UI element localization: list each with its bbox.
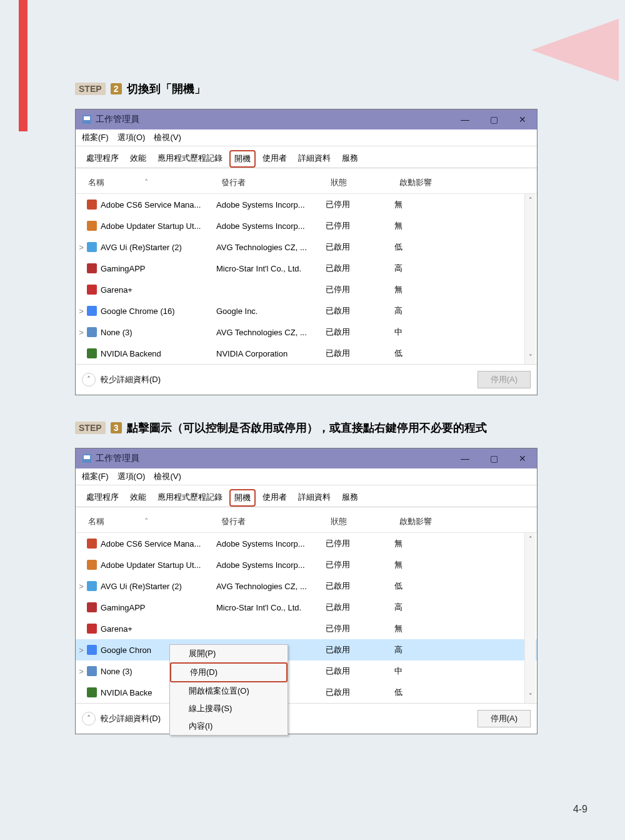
tab-app-history[interactable]: 應用程式歷程記錄	[153, 489, 227, 507]
row-name-cell: Adobe CS6 Service Mana...	[87, 200, 216, 210]
tab-performance[interactable]: 效能	[126, 150, 151, 168]
expand-chevron-icon[interactable]: >	[76, 667, 87, 676]
maximize-button[interactable]	[479, 448, 508, 468]
app-icon	[87, 221, 97, 231]
tab-services[interactable]: 服務	[338, 150, 362, 168]
header-name[interactable]: 名稱 ˄	[81, 516, 221, 527]
row-name: Adobe CS6 Service Mana...	[101, 200, 201, 210]
ctx-search[interactable]: 線上搜尋(S)	[170, 700, 288, 717]
header-impact[interactable]: 啟動影響	[399, 177, 468, 188]
startup-row[interactable]: GamingAPPMicro-Star Int'l Co., Ltd.已啟用高	[76, 597, 537, 618]
vertical-scrollbar[interactable]	[524, 533, 536, 703]
header-publisher[interactable]: 發行者	[221, 516, 331, 527]
startup-row[interactable]: >Google Chrome (16)Google Inc.已啟用高	[76, 300, 537, 321]
header-impact[interactable]: 啟動影響	[399, 516, 468, 527]
header-publisher[interactable]: 發行者	[221, 177, 331, 188]
tab-users[interactable]: 使用者	[258, 150, 291, 168]
startup-list-1: Adobe CS6 Service Mana...Adobe Systems I…	[76, 194, 537, 364]
startup-row[interactable]: >Google Chron已啟用高	[76, 639, 537, 660]
ctx-open-loc[interactable]: 開啟檔案位置(O)	[170, 682, 288, 700]
startup-row[interactable]: NVIDIA BackendNVIDIA Corporation已啟用低	[76, 343, 537, 364]
expand-chevron-icon[interactable]: >	[76, 243, 87, 252]
disable-button[interactable]: 停用(A)	[478, 371, 531, 388]
step-pill: STEP	[75, 83, 106, 95]
app-icon	[87, 539, 97, 549]
titlebar[interactable]: 工作管理員	[76, 109, 537, 129]
startup-row[interactable]: NVIDIA Backeation已啟用低	[76, 682, 537, 703]
task-manager-icon	[82, 114, 92, 124]
row-publisher: AVG Technologies CZ, ...	[216, 582, 326, 591]
tab-startup[interactable]: 開機	[229, 150, 256, 168]
fewer-details-icon[interactable]	[82, 712, 96, 726]
tab-processes[interactable]: 處理程序	[82, 150, 123, 168]
startup-row[interactable]: Adobe Updater Startup Ut...Adobe Systems…	[76, 554, 537, 575]
menu-file[interactable]: 檔案(F)	[82, 132, 109, 143]
menu-file[interactable]: 檔案(F)	[82, 471, 109, 482]
row-publisher: Google Inc.	[216, 306, 326, 316]
ctx-disable[interactable]: 停用(D)	[170, 662, 288, 682]
close-button[interactable]	[508, 109, 537, 129]
expand-chevron-icon[interactable]: >	[76, 645, 87, 655]
startup-row[interactable]: Adobe CS6 Service Mana...Adobe Systems I…	[76, 194, 537, 215]
tab-services[interactable]: 服務	[338, 489, 362, 507]
row-impact: 低	[394, 580, 463, 592]
startup-row[interactable]: Adobe CS6 Service Mana...Adobe Systems I…	[76, 533, 537, 554]
expand-chevron-icon[interactable]: >	[76, 582, 87, 591]
tab-processes[interactable]: 處理程序	[82, 489, 123, 507]
startup-row[interactable]: >None (3)AVG Technologies CZ, ...已啟用中	[76, 321, 537, 343]
tab-users[interactable]: 使用者	[258, 489, 291, 507]
header-name-label: 名稱	[88, 178, 104, 187]
menu-view[interactable]: 檢視(V)	[154, 471, 181, 482]
fewer-details-label[interactable]: 較少詳細資料(D)	[101, 374, 161, 385]
startup-row[interactable]: >None (3)ies CZ, ...已啟用中	[76, 660, 537, 682]
menu-options[interactable]: 選項(O)	[118, 471, 146, 482]
menu-options[interactable]: 選項(O)	[118, 132, 146, 143]
startup-row[interactable]: Garena+已停用無	[76, 279, 537, 300]
step-badge-2: 2	[111, 83, 122, 94]
fewer-details-icon[interactable]	[82, 373, 96, 387]
app-icon	[87, 306, 97, 316]
expand-chevron-icon[interactable]: >	[76, 328, 87, 337]
vertical-scrollbar[interactable]	[524, 194, 536, 364]
row-name: Adobe Updater Startup Ut...	[101, 221, 201, 231]
window-buttons	[451, 109, 537, 129]
row-status: 已啟用	[326, 326, 394, 338]
step-3-heading: STEP 3 點擊圖示（可以控制是否啟用或停用），或直接點右鍵停用不必要的程式	[75, 420, 538, 435]
startup-row[interactable]: Garena+已停用無	[76, 618, 537, 639]
tab-app-history[interactable]: 應用程式歷程記錄	[153, 150, 227, 168]
fewer-details-label[interactable]: 較少詳細資料(D)	[101, 713, 161, 724]
header-status[interactable]: 狀態	[331, 177, 399, 188]
row-impact: 無	[394, 220, 463, 231]
tab-details[interactable]: 詳細資料	[294, 489, 335, 507]
app-icon	[87, 560, 97, 570]
context-menu: 展開(P) 停用(D) 開啟檔案位置(O) 線上搜尋(S) 內容(I)	[169, 644, 288, 736]
startup-row[interactable]: >AVG Ui (Re)Starter (2)AVG Technologies …	[76, 236, 537, 258]
startup-row[interactable]: Adobe Updater Startup Ut...Adobe Systems…	[76, 215, 537, 236]
menu-view[interactable]: 檢視(V)	[154, 132, 181, 143]
startup-row[interactable]: GamingAPPMicro-Star Int'l Co., Ltd.已啟用高	[76, 258, 537, 279]
app-icon	[87, 263, 97, 273]
row-status: 已停用	[326, 559, 394, 570]
ctx-properties[interactable]: 內容(I)	[170, 717, 288, 735]
disable-button[interactable]: 停用(A)	[478, 710, 531, 727]
app-icon	[87, 602, 97, 612]
header-name[interactable]: 名稱 ˄	[81, 177, 221, 188]
tab-startup[interactable]: 開機	[229, 489, 256, 507]
row-impact: 無	[394, 538, 463, 549]
maximize-button[interactable]	[479, 109, 508, 129]
row-name-cell: Garena+	[87, 285, 216, 295]
row-status: 已啟用	[326, 580, 394, 592]
startup-row[interactable]: >AVG Ui (Re)Starter (2)AVG Technologies …	[76, 575, 537, 597]
app-icon	[87, 285, 97, 295]
titlebar[interactable]: 工作管理員	[76, 448, 537, 468]
minimize-button[interactable]	[451, 448, 479, 468]
minimize-button[interactable]	[451, 109, 479, 129]
header-status[interactable]: 狀態	[331, 516, 399, 527]
column-headers: 名稱 ˄ 發行者 狀態 啟動影響	[76, 507, 537, 533]
tab-performance[interactable]: 效能	[126, 489, 151, 507]
row-name-cell: None (3)	[87, 327, 216, 337]
ctx-expand[interactable]: 展開(P)	[170, 645, 288, 662]
expand-chevron-icon[interactable]: >	[76, 306, 87, 316]
tab-details[interactable]: 詳細資料	[294, 150, 335, 168]
close-button[interactable]	[508, 448, 537, 468]
